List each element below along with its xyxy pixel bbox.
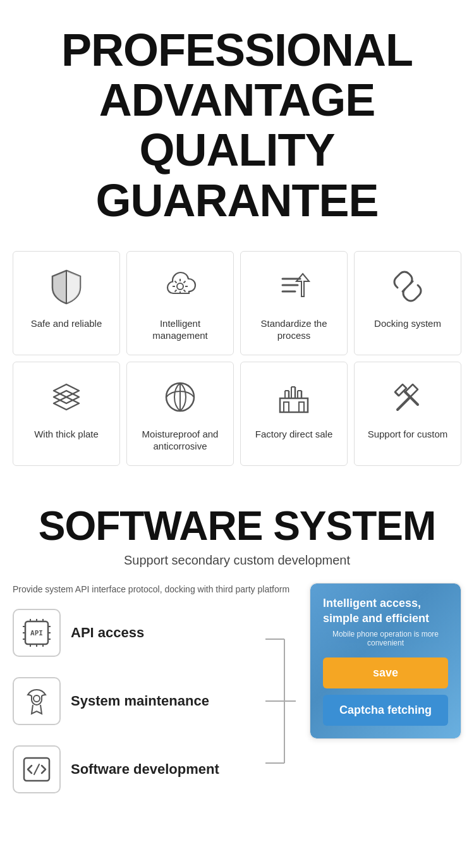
code-icon-box [13, 745, 61, 793]
feature-label-process: Standardize the process [247, 317, 341, 342]
svg-rect-18 [299, 402, 304, 412]
software-section: SOFTWARE SYSTEM Support secondary custom… [0, 485, 474, 806]
feature-card-moisture: Moistureproof and anticorrosive [126, 362, 234, 466]
feature-label-docking: Docking system [361, 317, 454, 330]
feature-label-moisture: Moistureproof and anticorrosive [133, 428, 227, 453]
link-icon [386, 264, 430, 309]
api-icon-box: API [13, 609, 61, 657]
process-icon [272, 264, 316, 309]
api-icon: API [21, 618, 52, 648]
cloud-settings-icon [158, 264, 202, 309]
feature-grid-row1: Safe and reliable Intelligent manage [13, 251, 461, 355]
main-title: PROFESSIONAL ADVANTAGE QUALITY GUARANTEE [13, 25, 461, 226]
feature-grid-row2: With thick plate Moistureproof and antic… [13, 362, 461, 466]
feature-label-factory: Factory direct sale [247, 428, 341, 441]
maintenance-label: System maintenance [71, 692, 209, 711]
software-items-wrapper: API [13, 609, 297, 793]
software-content: Provide system API interface protocol, d… [13, 583, 461, 793]
svg-line-7 [175, 290, 177, 291]
feature-card-process: Standardize the process [240, 251, 348, 355]
maintenance-icon [21, 686, 52, 716]
feature-label-custom: Support for custom [361, 428, 454, 441]
tools-icon [386, 375, 430, 419]
captcha-button[interactable]: Captcha fetching [323, 695, 448, 726]
svg-line-30 [395, 392, 399, 396]
software-left: Provide system API interface protocol, d… [13, 583, 297, 793]
feature-card-factory: Factory direct sale [240, 362, 348, 466]
feature-label-thick: With thick plate [20, 428, 113, 441]
software-right-panel: Intelligent access, simple and efficient… [310, 583, 461, 739]
feature-card-docking: Docking system [354, 251, 461, 355]
svg-line-28 [398, 397, 410, 410]
code-icon [21, 754, 52, 785]
software-item-development: Software development [13, 745, 259, 793]
software-item-maintenance: System maintenance [13, 677, 259, 725]
panel-subtitle: Mobile phone operation is more convenien… [323, 630, 448, 647]
development-label: Software development [71, 761, 219, 779]
sw-info-panel: Intelligent access, simple and efficient… [310, 584, 461, 738]
panel-title: Intelligent access, simple and efficient [323, 596, 448, 626]
feature-section: Safe and reliable Intelligent manage [0, 245, 474, 485]
panel-wrapper: Intelligent access, simple and efficient… [310, 583, 461, 739]
svg-text:API: API [30, 629, 43, 637]
software-item-api: API [13, 609, 259, 657]
software-items-list: API [13, 609, 259, 793]
feature-card-safe: Safe and reliable [13, 251, 120, 355]
api-label: API access [71, 624, 144, 642]
feature-label-safe: Safe and reliable [20, 317, 113, 330]
feature-label-intelligent: Intelligent management [133, 317, 227, 342]
feature-card-thick: With thick plate [13, 362, 120, 466]
factory-icon [272, 375, 316, 419]
svg-point-45 [33, 695, 40, 702]
feature-card-intelligent: Intelligent management [126, 251, 234, 355]
leaf-icon [158, 375, 202, 419]
svg-line-13 [403, 281, 413, 291]
header-section: PROFESSIONAL ADVANTAGE QUALITY GUARANTEE [0, 0, 474, 245]
bracket-svg [259, 609, 297, 793]
svg-line-29 [405, 392, 418, 405]
software-title: SOFTWARE SYSTEM [13, 504, 461, 548]
svg-line-47 [34, 764, 39, 774]
shield-icon [44, 264, 88, 309]
software-desc: Provide system API interface protocol, d… [13, 583, 297, 596]
feature-card-custom: Support for custom [354, 362, 461, 466]
software-subtitle: Support secondary custom development [13, 553, 461, 568]
svg-line-8 [184, 290, 186, 291]
svg-rect-17 [284, 402, 289, 412]
layers-icon [44, 375, 88, 419]
bracket-container [259, 609, 297, 793]
save-button[interactable]: save [323, 657, 448, 688]
svg-point-1 [177, 283, 183, 290]
maintenance-icon-box [13, 677, 61, 725]
svg-line-9 [175, 281, 177, 283]
svg-line-6 [184, 281, 186, 283]
